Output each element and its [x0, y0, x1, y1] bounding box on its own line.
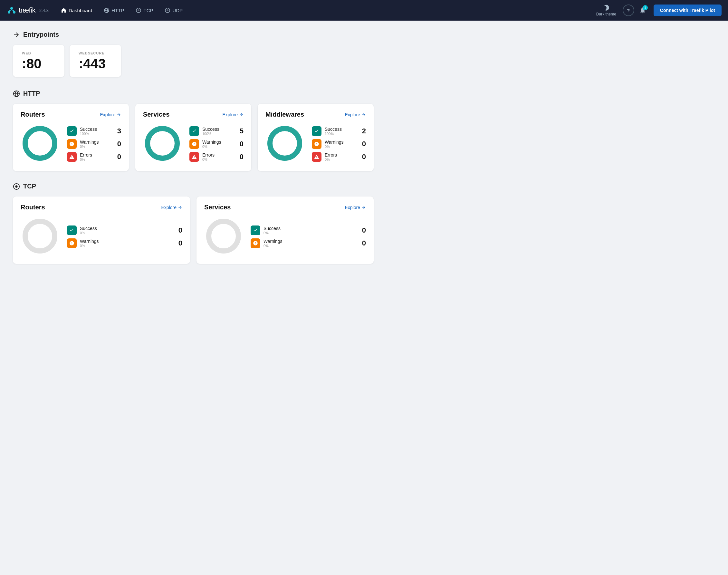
help-button[interactable]: ?: [623, 4, 634, 16]
app-version: 2.4.8: [39, 8, 49, 13]
navbar: træfik 2.4.8 Dashboard HTTP TCP UDP Dark…: [0, 0, 728, 21]
tcp-routers-header: Routers Explore: [21, 204, 182, 211]
errors-label: Errors: [80, 153, 102, 158]
http-routers-errors-row: Errors 0% 0: [67, 152, 121, 162]
http-services-success-row: Success 100% 5: [189, 126, 244, 136]
tcp-routers-warnings-count: 0: [178, 239, 182, 247]
http-services-errors-count: 0: [240, 153, 244, 161]
tcp-services-title: Services: [204, 204, 231, 211]
success-icon-box: [67, 126, 77, 136]
svg-point-1: [10, 7, 13, 10]
entrypoints-section-header: Entrypoints: [13, 31, 374, 38]
http-routers-header: Routers Explore: [21, 111, 121, 118]
entrypoints-title: Entrypoints: [23, 31, 59, 38]
notification-badge: 1: [643, 5, 648, 10]
brand: træfik 2.4.8: [6, 5, 49, 15]
warnings-pct: 0%: [80, 145, 102, 148]
tcp-routers-title: Routers: [21, 204, 45, 211]
http-routers-warnings-count: 0: [117, 140, 121, 148]
check-icon: [314, 129, 319, 134]
http-middlewares-card: Middlewares Explore: [258, 104, 374, 171]
http-routers-card: Routers Explore: [13, 104, 129, 171]
success-icon-box: [189, 126, 199, 136]
nav-http[interactable]: HTTP: [99, 5, 129, 15]
dark-theme-label: Dark theme: [596, 12, 616, 16]
tcp-routers-warnings-row: Warnings 0% 0: [67, 238, 182, 248]
check-icon: [192, 129, 197, 134]
tcp-services-header: Services Explore: [204, 204, 366, 211]
arrow-right-icon: [178, 205, 182, 210]
tcp-services-donut: [204, 217, 243, 257]
http-routers-explore[interactable]: Explore: [100, 112, 121, 117]
error-icon-box: [189, 152, 199, 162]
http-middlewares-success-row: Success 100% 2: [312, 126, 366, 136]
success-icon-box: [67, 226, 77, 235]
http-services-donut: [143, 124, 182, 164]
warning-icon: [69, 241, 74, 246]
http-title: HTTP: [23, 90, 40, 97]
udp-icon: [165, 7, 170, 13]
svg-point-21: [15, 185, 18, 188]
tcp-icon: [13, 183, 20, 190]
tcp-services-success-count: 0: [362, 226, 366, 235]
success-icon-box: [251, 226, 260, 235]
http-services-explore[interactable]: Explore: [222, 112, 244, 117]
warning-icon-box: [67, 139, 77, 149]
errors-pct: 0%: [80, 158, 102, 161]
error-icon-box: [67, 152, 77, 162]
http-routers-title: Routers: [21, 111, 45, 118]
svg-point-9: [138, 9, 139, 11]
dark-theme-toggle[interactable]: Dark theme: [592, 2, 620, 19]
entrypoint-websecure[interactable]: WEBSECURE :443: [70, 45, 121, 77]
http-routers-stats: Success 100% 3 Warnings 0%: [67, 126, 121, 162]
tcp-routers-success-count: 0: [178, 226, 182, 235]
nav-dashboard[interactable]: Dashboard: [56, 5, 97, 15]
tcp-services-explore[interactable]: Explore: [345, 205, 366, 210]
http-services-warnings-row: Warnings 0% 0: [189, 139, 244, 149]
svg-point-17: [147, 129, 177, 158]
http-globe-icon: [13, 90, 20, 97]
http-routers-success-count: 3: [117, 127, 121, 135]
error-icon: [69, 154, 74, 160]
nav-udp[interactable]: UDP: [160, 5, 187, 15]
nav-tcp[interactable]: TCP: [131, 5, 158, 15]
tcp-routers-explore[interactable]: Explore: [161, 205, 182, 210]
http-services-body: Success 100% 5 Warnings 0%: [143, 124, 244, 164]
http-middlewares-donut: [266, 124, 304, 164]
tcp-section: TCP Routers Explore: [13, 183, 374, 264]
http-middlewares-header: Middlewares Explore: [266, 111, 366, 118]
http-routers-errors-count: 0: [117, 153, 121, 161]
http-middlewares-warnings-count: 0: [362, 140, 366, 148]
svg-point-22: [25, 221, 55, 251]
warning-icon: [314, 141, 319, 146]
http-services-card: Services Explore: [135, 104, 251, 171]
http-services-stats: Success 100% 5 Warnings 0%: [189, 126, 244, 162]
warning-icon-box: [251, 238, 260, 248]
svg-point-11: [167, 9, 169, 11]
connect-pilot-button[interactable]: Connect with Traefik Pilot: [654, 4, 722, 16]
success-label: Success: [80, 127, 102, 132]
logo[interactable]: træfik: [6, 5, 35, 15]
dark-theme-icon: [603, 4, 610, 11]
brand-name: træfik: [19, 6, 35, 14]
tcp-title: TCP: [23, 183, 36, 190]
svg-point-2: [8, 11, 10, 13]
svg-point-19: [270, 129, 300, 158]
svg-point-15: [25, 129, 55, 158]
svg-point-23: [209, 221, 238, 251]
http-middlewares-explore[interactable]: Explore: [345, 112, 366, 117]
tcp-services-warnings-row: Warnings 0% 0: [251, 238, 366, 248]
http-routers-success-row: Success 100% 3: [67, 126, 121, 136]
http-routers-donut: [21, 124, 59, 164]
http-middlewares-errors-row: Errors 0% 0: [312, 152, 366, 162]
tcp-section-header: TCP: [13, 183, 374, 190]
notifications-button[interactable]: 1: [637, 4, 649, 16]
arrow-right-icon: [116, 112, 121, 117]
entrypoint-web[interactable]: WEB :80: [13, 45, 64, 77]
arrow-right-icon: [361, 205, 366, 210]
http-middlewares-warnings-row: Warnings 0% 0: [312, 139, 366, 149]
tcp-routers-donut: [21, 217, 59, 257]
entrypoints-icon: [13, 31, 20, 38]
success-pct: 100%: [80, 132, 102, 136]
warning-icon-box: [312, 139, 321, 149]
